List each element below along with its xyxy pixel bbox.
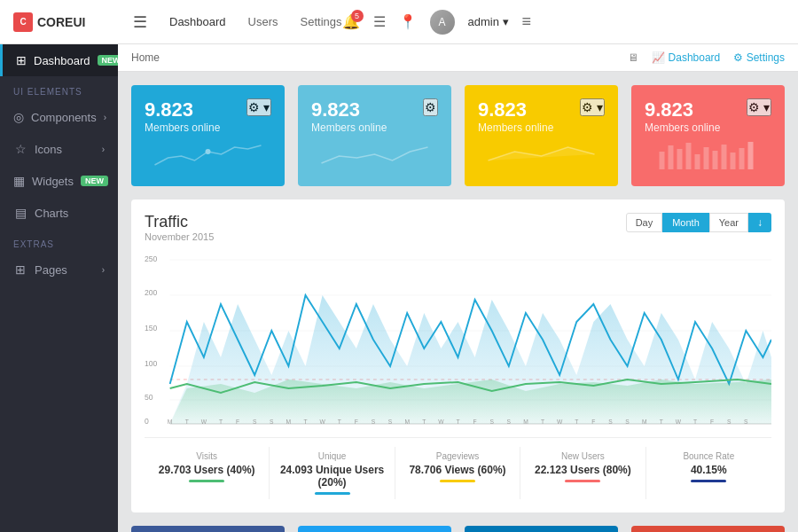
svg-rect-2 [669, 145, 674, 169]
hamburger-button[interactable]: ☰ [129, 8, 152, 36]
svg-text:M: M [523, 419, 528, 425]
stat-line-visits [189, 480, 224, 482]
svg-text:S: S [744, 419, 748, 425]
stat-card-content-3: 9.823 Members online [645, 98, 720, 134]
stat-settings-0[interactable]: ⚙ ▾ [246, 98, 271, 116]
sidebar-item-pages[interactable]: ⊞ Pages › [0, 254, 118, 286]
svg-text:S: S [270, 419, 274, 425]
location-button[interactable]: 📍 [399, 13, 417, 30]
stats-row: Visits 29.703 Users (40%) Unique 24.093 … [145, 437, 771, 499]
stat-card-2: 9.823 Members online ⚙ ▾ [465, 85, 618, 186]
sidebar-label-pages: Pages [35, 263, 95, 277]
stat-item-label-pageviews: Pageviews [400, 451, 515, 461]
stat-cards-grid: 9.823 Members online ⚙ ▾ [131, 85, 785, 186]
notifications-button[interactable]: 🔔 5 [342, 13, 360, 30]
svg-rect-8 [722, 145, 727, 169]
sidebar-item-components[interactable]: ◎ Components › [0, 101, 118, 133]
stat-card-content-0: 9.823 Members online [145, 98, 220, 134]
svg-text:F: F [473, 419, 477, 425]
traffic-subtitle: November 2015 [145, 231, 214, 242]
sidebar-item-widgets[interactable]: ▦ Widgets NEW [0, 165, 118, 197]
more-button[interactable]: ≡ [522, 12, 532, 31]
stat-settings-2[interactable]: ⚙ ▾ [580, 98, 605, 116]
stat-value-3: 9.823 [645, 98, 720, 121]
svg-text:F: F [355, 419, 358, 425]
avatar: A [430, 10, 455, 35]
social-card-facebook[interactable]: f [131, 526, 285, 532]
svg-text:S: S [372, 419, 376, 425]
stat-value-2: 9.823 [478, 98, 553, 121]
sidebar-item-charts[interactable]: ▤ Charts [0, 197, 118, 229]
svg-text:W: W [557, 419, 563, 425]
pages-icon: ⊞ [13, 262, 27, 277]
svg-text:F: F [236, 419, 239, 425]
svg-text:S: S [507, 419, 512, 425]
stat-card-3: 9.823 Members online ⚙ ▾ [631, 85, 785, 186]
stat-item-label-bouncerate: Bounce Rate [651, 451, 767, 461]
svg-text:50: 50 [145, 393, 153, 402]
svg-text:250: 250 [145, 254, 157, 263]
nav-users[interactable]: Users [248, 15, 278, 28]
traffic-btn-month[interactable]: Month [662, 213, 709, 232]
icons-icon: ☆ [13, 142, 27, 156]
main-content: 9.823 Members online ⚙ ▾ [118, 72, 798, 532]
sidebar-label-components: Components [31, 111, 97, 124]
traffic-btn-year[interactable]: Year [709, 213, 748, 232]
stat-label-3: Members online [645, 121, 720, 134]
svg-rect-3 [677, 149, 683, 169]
sidebar-section-extras: EXTRAS [0, 229, 118, 254]
stat-card-top-0: 9.823 Members online ⚙ ▾ [145, 98, 271, 134]
stat-card-top-2: 9.823 Members online ⚙ ▾ [478, 98, 605, 134]
svg-text:S: S [727, 419, 732, 425]
stat-item-pageviews: Pageviews 78.706 Views (60%) [395, 447, 520, 499]
download-button[interactable]: ↓ [748, 213, 771, 232]
svg-rect-9 [731, 153, 736, 169]
breadcrumb-settings[interactable]: ⚙ Settings [733, 51, 785, 64]
svg-point-0 [206, 149, 211, 154]
svg-text:W: W [438, 419, 444, 425]
sidebar-item-dashboard[interactable]: ⊞ Dashboard NEW [0, 44, 118, 76]
svg-text:M: M [286, 419, 292, 425]
stat-item-bouncerate: Bounce Rate 40.15% [646, 447, 771, 499]
brand-logo: C COREUI [13, 12, 120, 32]
traffic-btn-day[interactable]: Day [626, 213, 663, 232]
traffic-chart-svg: 250 200 150 100 50 0 [145, 251, 771, 428]
sidebar-item-icons[interactable]: ☆ Icons › [0, 133, 118, 165]
stat-card-top-3: 9.823 Members online ⚙ ▾ [645, 98, 771, 134]
stat-item-label-visits: Visits [149, 451, 264, 461]
sidebar: ⊞ Dashboard NEW UI ELEMENTS ◎ Components… [0, 44, 118, 532]
traffic-header: Traffic November 2015 Day Month Year ↓ [145, 213, 771, 242]
traffic-title: Traffic [145, 213, 214, 231]
nav-dashboard[interactable]: Dashboard [169, 15, 226, 28]
nav-settings[interactable]: Settings [301, 15, 342, 28]
social-card-linkedin[interactable]: in [465, 526, 618, 532]
components-arrow: › [104, 113, 106, 122]
stat-card-1: 9.823 Members online ⚙ [298, 85, 451, 186]
breadcrumb-home[interactable]: Home [131, 51, 160, 64]
svg-rect-6 [704, 147, 709, 169]
breadcrumb-dashboard[interactable]: 📈 Dashboard [652, 51, 720, 64]
svg-rect-10 [739, 148, 745, 169]
svg-text:M: M [642, 419, 647, 425]
svg-text:S: S [489, 419, 494, 425]
notification-badge: 5 [351, 10, 364, 22]
stat-card-top-1: 9.823 Members online ⚙ [311, 98, 438, 134]
user-name[interactable]: admin ▾ [468, 15, 509, 28]
stat-item-label-unique: Unique [274, 451, 389, 461]
stat-settings-3[interactable]: ⚙ ▾ [747, 98, 771, 116]
stat-settings-1[interactable]: ⚙ [423, 98, 438, 116]
traffic-title-block: Traffic November 2015 [145, 213, 214, 242]
stat-chart-0 [145, 138, 271, 173]
stat-line-unique [315, 492, 350, 495]
svg-text:S: S [608, 419, 613, 425]
social-card-google[interactable]: G+ [631, 526, 785, 532]
social-card-twitter[interactable]: 🐦 [298, 526, 451, 532]
stat-card-0: 9.823 Members online ⚙ ▾ [131, 85, 285, 186]
stat-item-value-visits: 29.703 Users (40%) [149, 464, 264, 476]
breadcrumb-monitor-icon: 🖥 [628, 51, 638, 64]
brand-icon: C [13, 12, 33, 32]
breadcrumb-right: 🖥 📈 Dashboard ⚙ Settings [628, 51, 785, 64]
social-cards-grid: f 🐦 in G+ [131, 526, 785, 532]
stat-chart-2 [478, 138, 605, 173]
list-button[interactable]: ☰ [373, 13, 386, 30]
